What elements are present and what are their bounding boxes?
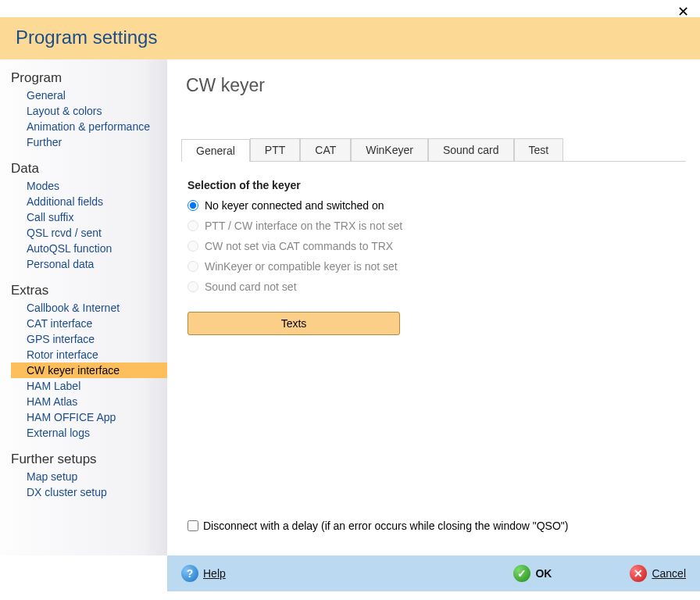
sidebar-item-animation-performance[interactable]: Animation & performance [11,119,167,134]
sidebar-item-rotor-interface[interactable]: Rotor interface [11,347,167,362]
sidebar: ProgramGeneralLayout & colorsAnimation &… [0,59,167,555]
cancel-button[interactable]: ✕ Cancel [630,565,686,582]
sidebar-group-title: Data [11,161,167,177]
sidebar-item-cw-keyer-interface[interactable]: CW keyer interface [11,362,167,378]
sidebar-item-map-setup[interactable]: Map setup [11,469,167,484]
tab-ptt[interactable]: PTT [250,138,300,161]
sidebar-item-ham-atlas[interactable]: HAM Atlas [11,394,167,409]
tab-general[interactable]: General [181,139,250,162]
sidebar-item-modes[interactable]: Modes [11,178,167,194]
keyer-radio [188,261,198,272]
sidebar-item-external-logs[interactable]: External logs [11,425,167,441]
keyer-radio-row: PTT / CW interface on the TRX is not set [188,220,680,232]
sidebar-group-title: Program [11,70,167,86]
sidebar-item-personal-data[interactable]: Personal data [11,256,167,272]
sidebar-item-autoqsl-function[interactable]: AutoQSL function [11,241,167,256]
keyer-radio-row: Sound card not set [188,280,680,293]
sidebar-item-qsl-rcvd-sent[interactable]: QSL rcvd / sent [11,225,167,241]
sidebar-item-layout-colors[interactable]: Layout & colors [11,103,167,119]
main-panel: CW keyer GeneralPTTCATWinKeyerSound card… [167,59,700,555]
keyer-radio [188,281,198,292]
sidebar-item-general[interactable]: General [11,88,167,103]
keyer-radio-label: PTT / CW interface on the TRX is not set [205,220,402,232]
keyer-radio [188,241,198,252]
sidebar-item-cat-interface[interactable]: CAT interface [11,316,167,331]
sidebar-item-ham-label[interactable]: HAM Label [11,378,167,394]
cancel-label: Cancel [652,567,686,580]
sidebar-item-call-suffix[interactable]: Call suffix [11,209,167,225]
keyer-radio [188,220,198,231]
sidebar-item-callbook-internet[interactable]: Callbook & Internet [11,300,167,316]
disconnect-label: Disconnect with a delay (if an error occ… [203,520,568,532]
panel-title: CW keyer [186,75,686,96]
title-bar: Program settings [0,17,700,59]
sidebar-item-further[interactable]: Further [11,134,167,150]
keyer-radio-row: CW not set via CAT commands to TRX [188,240,680,252]
tab-content: Selection of the keyer No keyer connecte… [181,162,686,335]
close-icon[interactable]: ✕ [673,2,694,22]
keyer-radio[interactable] [188,200,198,211]
ok-label: OK [535,567,552,580]
bottom-bar: ? Help ✓ OK ✕ Cancel [167,555,700,591]
texts-button[interactable]: Texts [188,312,400,335]
disconnect-checkbox[interactable] [188,520,198,531]
ok-button[interactable]: ✓ OK [513,565,552,582]
page-title: Program settings [16,27,684,48]
ok-icon: ✓ [513,565,530,582]
sidebar-item-ham-office-app[interactable]: HAM OFFICE App [11,409,167,425]
sidebar-item-additional-fields[interactable]: Additional fields [11,194,167,209]
keyer-radio-label: Sound card not set [205,280,297,293]
sidebar-item-dx-cluster-setup[interactable]: DX cluster setup [11,484,167,500]
sidebar-group-title: Further setups [11,452,167,467]
keyer-radio-label: CW not set via CAT commands to TRX [205,240,393,252]
sidebar-item-gps-interface[interactable]: GPS interface [11,331,167,347]
tab-cat[interactable]: CAT [300,138,351,161]
keyer-radio-row: WinKeyer or compatible keyer is not set [188,260,680,273]
keyer-radio-row[interactable]: No keyer connected and switched on [188,199,680,212]
help-label: Help [203,567,226,580]
help-button[interactable]: ? Help [181,565,226,582]
section-label: Selection of the keyer [188,179,680,191]
keyer-radio-label: WinKeyer or compatible keyer is not set [205,260,398,273]
tab-sound-card[interactable]: Sound card [428,138,514,161]
sidebar-group-title: Extras [11,283,167,298]
tab-winkeyer[interactable]: WinKeyer [351,138,428,161]
disconnect-checkbox-row[interactable]: Disconnect with a delay (if an error occ… [188,520,568,532]
cancel-icon: ✕ [630,565,647,582]
help-icon: ? [181,565,198,582]
tab-bar: GeneralPTTCATWinKeyerSound cardTest [181,138,686,162]
tab-test[interactable]: Test [514,138,564,161]
keyer-radio-label: No keyer connected and switched on [205,199,384,212]
